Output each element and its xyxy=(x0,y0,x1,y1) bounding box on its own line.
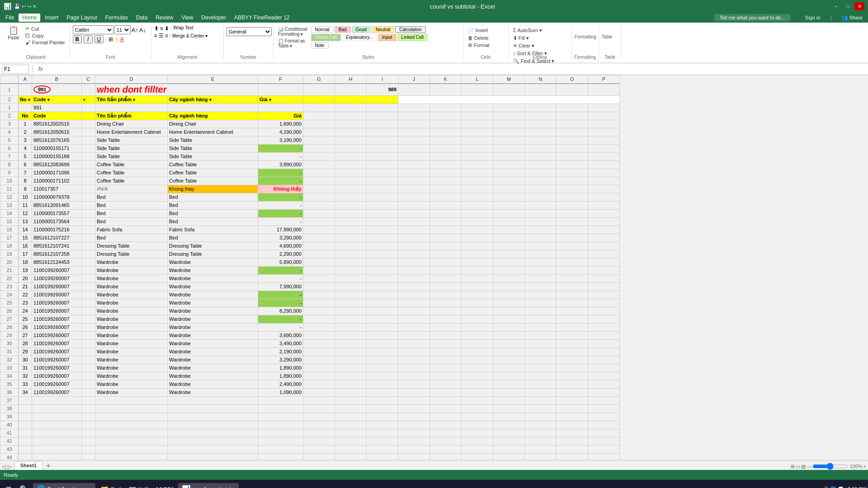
cell-I-23[interactable] xyxy=(367,282,398,291)
cell-G-34[interactable] xyxy=(303,372,335,380)
cell-L-13[interactable] xyxy=(462,201,493,209)
cell-K-13[interactable] xyxy=(430,201,462,209)
cell-N-24[interactable] xyxy=(525,291,557,299)
cell-L-28[interactable] xyxy=(462,323,493,331)
cell-A-12[interactable]: 10 xyxy=(19,193,32,201)
cell-D-17[interactable]: Bed xyxy=(95,234,168,242)
col-header-C[interactable]: C xyxy=(82,75,95,84)
cell-D-23[interactable]: Wardrobe xyxy=(95,282,168,291)
cell-K-20[interactable] xyxy=(430,258,462,266)
cell-D-6[interactable]: Side Table xyxy=(95,144,168,152)
cell-J-3[interactable] xyxy=(398,120,430,128)
cell-M-10[interactable] xyxy=(493,177,525,185)
cell-N-18[interactable] xyxy=(525,242,557,250)
cell-G-32[interactable] xyxy=(303,356,335,364)
cell-O-32[interactable] xyxy=(557,356,588,364)
cell-B-33[interactable]: 1100199260007 xyxy=(32,364,82,372)
underline-btn[interactable]: U xyxy=(94,35,104,43)
start-btn[interactable]: ⊞ xyxy=(2,483,15,488)
cell-D-21[interactable]: Wardrobe xyxy=(95,266,168,274)
cell-N-23[interactable] xyxy=(525,282,557,291)
merge-center-btn[interactable]: Merge & Center ▾ xyxy=(172,33,208,38)
col-header-P[interactable]: P xyxy=(588,75,620,84)
cell-J-29[interactable] xyxy=(398,331,430,339)
cell-F-18[interactable]: 4,690,000 xyxy=(258,242,303,250)
cell-O-13[interactable] xyxy=(557,201,588,209)
cell-B-32[interactable]: 1100199260007 xyxy=(32,356,82,364)
cut-button[interactable]: ✂Cut xyxy=(24,25,67,32)
cell-C-34[interactable] xyxy=(82,372,95,380)
cell-N-22[interactable] xyxy=(525,274,557,282)
cell-H-10[interactable] xyxy=(335,177,367,185)
copy-button[interactable]: ⿻Copy xyxy=(24,33,67,39)
cell-N-2[interactable] xyxy=(525,112,557,120)
cell-O-33[interactable] xyxy=(557,364,588,372)
cell-A-23[interactable]: 21 xyxy=(19,282,32,291)
cell-L-35[interactable] xyxy=(462,380,493,388)
cell-M-32[interactable] xyxy=(493,356,525,364)
cell-D-7[interactable]: Side Table xyxy=(95,152,168,160)
cell-F-9[interactable]: - xyxy=(258,169,303,177)
cell-H-7[interactable] xyxy=(335,152,367,160)
style-normal[interactable]: Normal xyxy=(311,26,334,33)
cell-A-10[interactable]: 8 xyxy=(19,177,32,185)
fill-color-btn[interactable]: A xyxy=(115,36,118,42)
cell-E-6[interactable]: Side Table xyxy=(168,144,258,152)
cell-J-15[interactable] xyxy=(398,217,430,225)
cell-P-23[interactable] xyxy=(588,282,620,291)
cell-O-8[interactable] xyxy=(557,160,588,169)
cell-O-31[interactable] xyxy=(557,347,588,356)
cell-D-30[interactable]: Wardrobe xyxy=(95,339,168,347)
cell-I-26[interactable] xyxy=(367,307,398,315)
cell-J-25[interactable] xyxy=(398,299,430,307)
cell-D-11[interactable]: #N/A xyxy=(95,185,168,193)
cell-I-7[interactable] xyxy=(367,152,398,160)
cell-L-25[interactable] xyxy=(462,299,493,307)
col-header-H[interactable]: H xyxy=(335,75,367,84)
cell-C-35[interactable] xyxy=(82,380,95,388)
cell-F-16[interactable]: 17,990,000 xyxy=(258,225,303,234)
cell-L-23[interactable] xyxy=(462,282,493,291)
cell-F-33[interactable]: 1,890,000 xyxy=(258,364,303,372)
menu-formulas[interactable]: Formulas xyxy=(102,14,132,22)
cell-B-24[interactable]: 1100199260007 xyxy=(32,291,82,299)
cell-H-34[interactable] xyxy=(335,372,367,380)
cell-G-31[interactable] xyxy=(303,347,335,356)
cell-D-5[interactable]: Side Table xyxy=(95,136,168,144)
align-bottom-btn[interactable]: ⬇ xyxy=(165,25,169,32)
cell-K-33[interactable] xyxy=(430,364,462,372)
cell-A-31[interactable]: 29 xyxy=(19,347,32,356)
cell-I-13[interactable] xyxy=(367,201,398,209)
cell-D-3[interactable]: Dining Chair xyxy=(95,120,168,128)
cell-G-27[interactable] xyxy=(303,315,335,323)
cell-D-36[interactable]: Wardrobe xyxy=(95,388,168,396)
cell-B1[interactable]: 991 xyxy=(32,84,82,96)
cell-G-10[interactable] xyxy=(303,177,335,185)
style-explanatory[interactable]: Explanatory... xyxy=(342,34,377,41)
cell-P-2[interactable] xyxy=(588,112,620,120)
cell-B-19[interactable]: 8851612107258 xyxy=(32,250,82,258)
cell-F-3[interactable]: 1,690,000 xyxy=(258,120,303,128)
paste-button[interactable]: 📋 Paste xyxy=(5,25,23,41)
cell-N1[interactable] xyxy=(525,84,557,96)
cell-N-1[interactable] xyxy=(525,103,557,112)
cell-F-34[interactable]: 1,890,000 xyxy=(258,372,303,380)
cell-H-15[interactable] xyxy=(335,217,367,225)
cell-G-33[interactable] xyxy=(303,364,335,372)
cell-C-8[interactable] xyxy=(82,160,95,169)
cell-D-8[interactable]: Coffee Table xyxy=(95,160,168,169)
cell-C-23[interactable] xyxy=(82,282,95,291)
cell-K-18[interactable] xyxy=(430,242,462,250)
cell-J-4[interactable] xyxy=(398,128,430,136)
cell-P-20[interactable] xyxy=(588,258,620,266)
cell-G-1[interactable] xyxy=(303,103,335,112)
align-center-btn[interactable]: ☰ xyxy=(159,33,164,39)
cell-E-33[interactable]: Wardrobe xyxy=(168,364,258,372)
cell-M-3[interactable] xyxy=(493,120,525,128)
cell-B-26[interactable]: 1100199260007 xyxy=(32,307,82,315)
cell-J-18[interactable] xyxy=(398,242,430,250)
cell-M1[interactable] xyxy=(493,84,525,96)
style-input[interactable]: Input xyxy=(378,34,396,41)
cell-G-25[interactable] xyxy=(303,299,335,307)
cell-D-22[interactable]: Wardrobe xyxy=(95,274,168,282)
